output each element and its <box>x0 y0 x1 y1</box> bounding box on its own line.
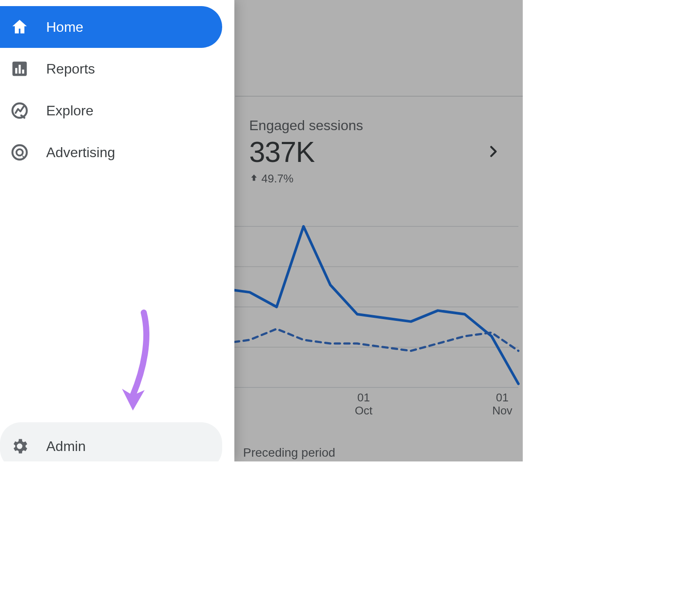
metric-delta-value: 49.7% <box>261 172 294 185</box>
sidebar-item-label: Admin <box>46 438 86 454</box>
gear-icon <box>10 436 30 456</box>
metric-value: 337K <box>249 135 363 168</box>
metric-title: Engaged sessions <box>249 118 363 134</box>
svg-text:01: 01 <box>357 391 370 404</box>
sidebar-item-label: Advertising <box>46 145 115 161</box>
metric-more-button[interactable] <box>485 144 501 161</box>
chart: p01Oct01Nov <box>196 222 518 418</box>
svg-rect-12 <box>19 65 21 74</box>
arrow-up-icon <box>249 172 259 185</box>
sidebar-item-label: Reports <box>46 61 95 77</box>
svg-point-16 <box>17 149 23 156</box>
metric-card[interactable]: Engaged sessions 337K 49.7% <box>249 118 363 185</box>
sidebar-item-explore[interactable]: Explore <box>0 90 222 131</box>
bar-chart-icon <box>10 59 30 79</box>
svg-text:Nov: Nov <box>492 404 512 417</box>
home-icon <box>10 17 30 37</box>
explore-icon <box>10 101 30 121</box>
sidebar: Home Reports Explore Advertising <box>0 0 234 461</box>
chevron-right-icon <box>485 153 501 161</box>
svg-rect-13 <box>22 70 24 74</box>
metric-delta: 49.7% <box>249 172 363 185</box>
sidebar-item-home[interactable]: Home <box>0 6 222 48</box>
sidebar-item-admin[interactable]: Admin <box>0 422 222 461</box>
svg-point-15 <box>13 145 27 160</box>
svg-text:Oct: Oct <box>355 404 373 417</box>
sidebar-item-advertising[interactable]: Advertising <box>0 131 222 173</box>
sidebar-item-label: Explore <box>46 103 94 119</box>
legend-preceding: Preceding period <box>243 446 335 460</box>
divider <box>235 96 523 97</box>
svg-rect-11 <box>15 68 17 74</box>
target-icon <box>10 142 30 162</box>
svg-text:01: 01 <box>496 391 509 404</box>
sidebar-item-reports[interactable]: Reports <box>0 48 222 90</box>
sidebar-item-label: Home <box>46 19 83 35</box>
